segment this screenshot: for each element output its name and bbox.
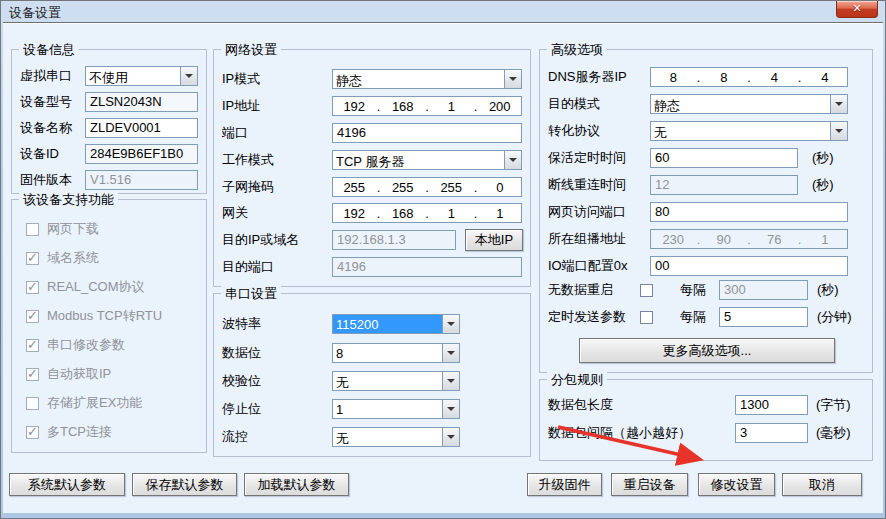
- device-name-field[interactable]: ZLDEV0001: [85, 118, 198, 138]
- no-data-restart-field: 300: [719, 280, 808, 300]
- ip-address-field[interactable]: 192. 168. 1. 200: [332, 96, 522, 116]
- packet-interval-label: 数据包间隔（越小越好）: [548, 424, 735, 442]
- apply-settings-button[interactable]: 修改设置: [698, 473, 775, 496]
- dns-server-field[interactable]: 8. 8. 4. 4: [650, 67, 848, 87]
- load-defaults-button[interactable]: 加载默认参数: [244, 473, 349, 496]
- local-ip-button[interactable]: 本地IP: [465, 229, 523, 251]
- virtual-port-label: 虚拟串口: [20, 67, 85, 85]
- stop-bits-label: 停止位: [222, 400, 332, 418]
- save-defaults-button[interactable]: 保存默认参数: [132, 473, 237, 496]
- port-field[interactable]: 4196: [332, 123, 522, 143]
- web-port-field[interactable]: 80: [650, 202, 848, 222]
- keepalive-unit: (秒): [812, 149, 834, 167]
- stop-bits-select[interactable]: 1: [332, 399, 460, 419]
- keepalive-label: 保活定时时间: [548, 149, 650, 167]
- chevron-down-icon[interactable]: [180, 67, 197, 85]
- subnet-mask-field[interactable]: 255. 255. 255. 0: [332, 177, 522, 197]
- timed-send-field[interactable]: 5: [719, 307, 808, 327]
- baud-rate-label: 波特率: [222, 315, 332, 333]
- advanced-options-group: 高级选项 DNS服务器IP 8. 8. 4. 4 目的模式 静态 转化协议 无: [539, 49, 873, 373]
- dest-mode-select[interactable]: 静态: [650, 94, 848, 114]
- feature-checkbox: [26, 397, 39, 410]
- dest-ip-label: 目的IP或域名: [222, 231, 332, 249]
- io-config-field[interactable]: 00: [650, 256, 848, 276]
- protocol-label: 转化协议: [548, 122, 650, 140]
- chevron-down-icon[interactable]: [504, 70, 521, 88]
- title-bar[interactable]: 设备设置 ✕: [1, 1, 885, 22]
- chevron-down-icon[interactable]: [830, 95, 847, 113]
- packet-rules-group: 分包规则 数据包长度 1300 (字节) 数据包间隔（越小越好） 3 (毫秒): [539, 379, 873, 461]
- work-mode-label: 工作模式: [222, 151, 332, 169]
- advanced-options-group-title: 高级选项: [547, 41, 607, 59]
- packet-length-label: 数据包长度: [548, 396, 735, 414]
- cancel-button[interactable]: 取消: [782, 473, 862, 496]
- feature-checkbox: [26, 339, 39, 352]
- packet-rules-group-title: 分包规则: [547, 371, 607, 389]
- feature-checkbox: [26, 426, 39, 439]
- dest-port-field: 4196: [332, 257, 522, 277]
- chevron-down-icon[interactable]: [442, 344, 459, 362]
- device-info-group: 设备信息 虚拟串口 不使用 设备型号 ZLSN2043N 设备名称 ZLDEV0…: [11, 49, 207, 194]
- data-bits-label: 数据位: [222, 344, 332, 362]
- device-model-field: ZLSN2043N: [85, 92, 198, 112]
- firmware-version-label: 固件版本: [20, 171, 85, 189]
- web-port-label: 网页访问端口: [548, 203, 650, 221]
- flow-control-label: 流控: [222, 428, 332, 446]
- chevron-down-icon[interactable]: [504, 151, 521, 169]
- device-name-label: 设备名称: [20, 119, 85, 137]
- device-id-label: 设备ID: [20, 145, 85, 163]
- protocol-select[interactable]: 无: [650, 121, 848, 141]
- virtual-port-select[interactable]: 不使用: [85, 66, 198, 86]
- gateway-field[interactable]: 192. 168. 1. 1: [332, 203, 522, 223]
- serial-settings-group-title: 串口设置: [221, 285, 281, 303]
- timed-send-checkbox[interactable]: [640, 311, 653, 324]
- ip-mode-label: IP模式: [222, 70, 332, 88]
- dns-server-label: DNS服务器IP: [548, 68, 650, 86]
- packet-length-unit: (字节): [816, 396, 851, 414]
- chevron-down-icon[interactable]: [442, 315, 459, 333]
- port-label: 端口: [222, 124, 332, 142]
- baud-rate-select[interactable]: 115200: [332, 314, 460, 334]
- upgrade-firmware-button[interactable]: 升级固件: [527, 473, 602, 496]
- feature-checkbox: [26, 368, 39, 381]
- parity-select[interactable]: 无: [332, 371, 460, 391]
- device-id-field: 284E9B6EF1B0: [85, 144, 198, 164]
- system-defaults-button[interactable]: 系统默认参数: [9, 473, 125, 496]
- no-data-restart-unit: (秒): [817, 281, 839, 299]
- feature-checkbox: [26, 310, 39, 323]
- dest-port-label: 目的端口: [222, 258, 332, 276]
- chevron-down-icon[interactable]: [442, 372, 459, 390]
- restart-device-button[interactable]: 重启设备: [611, 473, 688, 496]
- chevron-down-icon[interactable]: [830, 122, 847, 140]
- subnet-mask-label: 子网掩码: [222, 178, 332, 196]
- packet-interval-unit: (毫秒): [816, 424, 851, 442]
- multicast-field: 230. 90. 76. 1: [650, 229, 848, 249]
- parity-label: 校验位: [222, 372, 332, 390]
- close-button[interactable]: ✕: [836, 1, 878, 18]
- dest-mode-label: 目的模式: [548, 95, 650, 113]
- network-settings-group: 网络设置 IP模式 静态 IP地址 192. 168. 1. 200 端口 41…: [213, 49, 531, 287]
- reconnect-unit: (秒): [812, 176, 834, 194]
- network-settings-group-title: 网络设置: [221, 41, 281, 59]
- feature-checkbox: [26, 281, 39, 294]
- feature-checkbox: [26, 223, 39, 236]
- data-bits-select[interactable]: 8: [332, 343, 460, 363]
- more-advanced-options-button[interactable]: 更多高级选项...: [579, 338, 835, 363]
- device-settings-dialog: 设备设置 ✕ 设备信息 虚拟串口 不使用 设备型号 ZLSN2043N 设备名称…: [0, 0, 886, 519]
- flow-control-select[interactable]: 无: [332, 427, 460, 447]
- packet-interval-field[interactable]: 3: [735, 423, 808, 443]
- timed-send-label: 定时发送参数: [548, 308, 640, 326]
- ip-mode-select[interactable]: 静态: [332, 69, 522, 89]
- packet-length-field[interactable]: 1300: [735, 395, 808, 415]
- chevron-down-icon[interactable]: [442, 400, 459, 418]
- page-title: 设备设置: [9, 4, 61, 22]
- gateway-label: 网关: [222, 204, 332, 222]
- no-data-restart-checkbox[interactable]: [640, 284, 653, 297]
- chevron-down-icon[interactable]: [442, 428, 459, 446]
- feature-checkbox: [26, 252, 39, 265]
- ip-address-label: IP地址: [222, 97, 332, 115]
- multicast-label: 所在组播地址: [548, 230, 650, 248]
- features-group: 该设备支持功能 网页下载 域名系统 REAL_COM协议 Modbus TCP转…: [11, 199, 207, 453]
- keepalive-field[interactable]: 60: [650, 148, 798, 168]
- work-mode-select[interactable]: TCP 服务器: [332, 150, 522, 170]
